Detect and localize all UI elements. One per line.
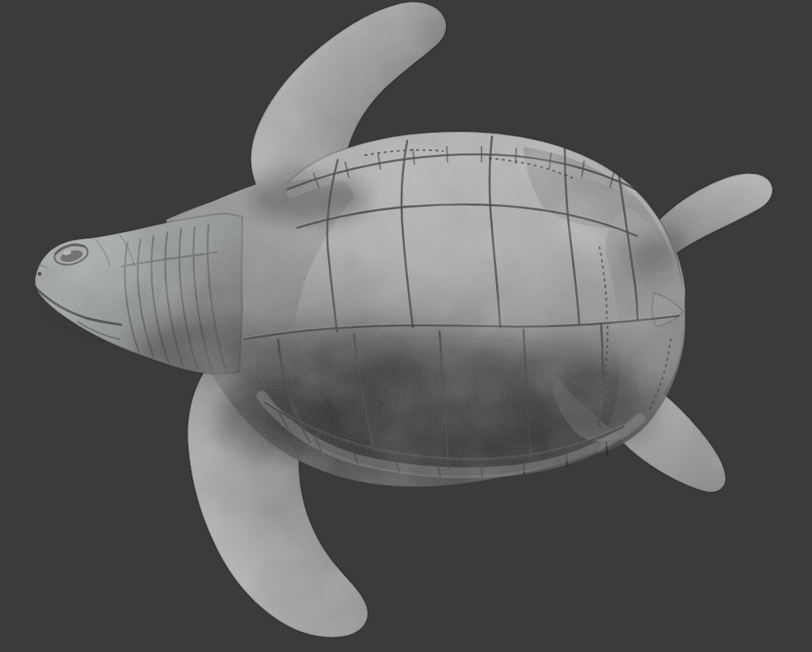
sculpt-viewport[interactable]: Grayscale 3D sculpt of a sea turtle view… <box>0 0 812 652</box>
viewport-canvas[interactable]: Grayscale 3D sculpt of a sea turtle view… <box>0 0 812 652</box>
